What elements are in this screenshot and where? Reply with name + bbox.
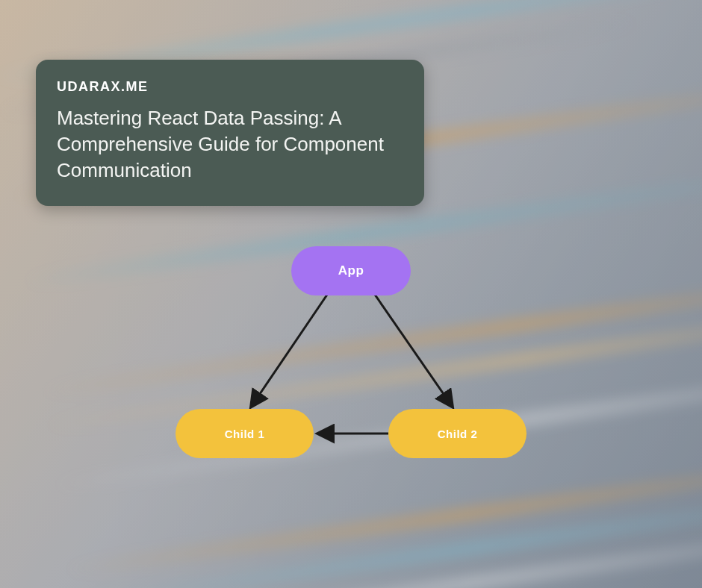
component-diagram: App Child 1 Child 2 [176, 246, 526, 485]
header-card: UDARAX.ME Mastering React Data Passing: … [36, 60, 424, 206]
node-label: Child 2 [438, 428, 478, 440]
edge-app-child1 [252, 293, 329, 406]
edge-app-child2 [373, 293, 452, 406]
node-child2: Child 2 [388, 409, 526, 458]
article-title: Mastering React Data Passing: A Comprehe… [57, 105, 403, 184]
node-app: App [291, 246, 411, 295]
site-name: UDARAX.ME [57, 79, 403, 95]
canvas: UDARAX.ME Mastering React Data Passing: … [0, 0, 702, 588]
node-label: App [338, 263, 364, 278]
node-child1: Child 1 [176, 409, 314, 458]
node-label: Child 1 [225, 428, 265, 440]
